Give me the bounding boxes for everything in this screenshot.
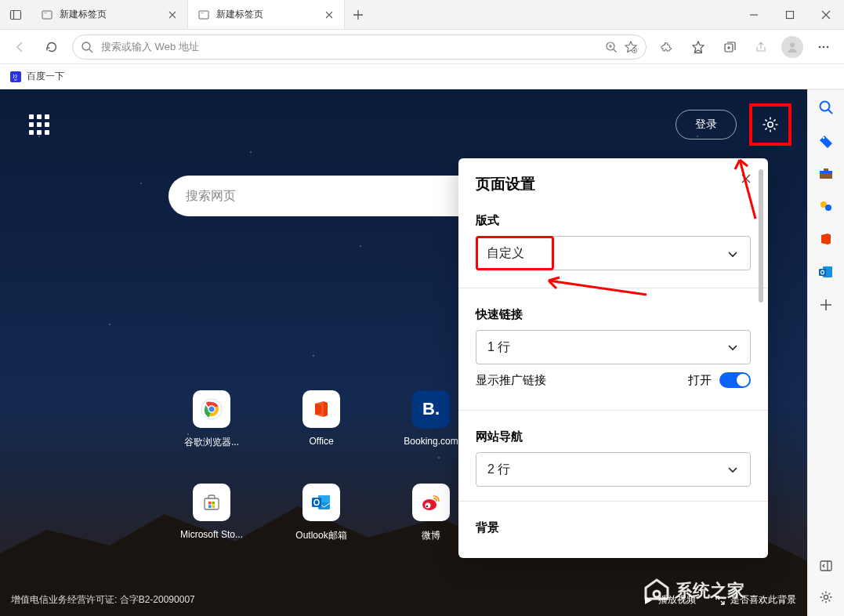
flyout-scrollbar[interactable] (759, 169, 763, 545)
quicklinks-select[interactable]: 1 行 (476, 330, 751, 364)
apps-launcher-button[interactable] (24, 109, 55, 140)
chevron-down-icon (726, 248, 739, 260)
svg-rect-9 (787, 11, 794, 18)
favorite-star-icon[interactable] (624, 40, 638, 54)
favorites-item-baidu[interactable]: 百度一下 (27, 70, 64, 83)
svg-point-38 (426, 505, 429, 508)
svg-point-6 (201, 12, 201, 13)
gear-icon (761, 115, 780, 134)
sidebar-collapse-icon[interactable] (817, 556, 835, 575)
tab-2-active[interactable]: 新建标签页 (188, 0, 345, 29)
quicklinks-section-label: 快速链接 (476, 307, 751, 322)
quicklinks-select-value: 1 行 (487, 339, 510, 356)
sidebar-search-icon[interactable] (817, 98, 835, 117)
tile-msstore[interactable]: Microsoft Sto... (180, 484, 243, 542)
promoted-links-toggle[interactable] (719, 372, 751, 388)
new-tab-page: 登录 搜索网页 谷歌浏览器... Office (0, 89, 807, 616)
svg-point-10 (82, 42, 90, 50)
tile-label: Microsoft Sto... (180, 529, 243, 540)
zoom-indicator-icon[interactable] (605, 41, 618, 53)
extensions-button[interactable] (653, 33, 681, 61)
tile-outlook[interactable]: Outlook邮箱 (295, 484, 346, 542)
favorites-bar: 百度一下 (0, 64, 844, 89)
close-icon (741, 173, 752, 184)
page-settings-flyout: 页面设置 版式 自定义 快速链接 1 行 显示推广链接 打开 (458, 158, 768, 558)
window-controls (736, 0, 844, 29)
collections-button[interactable] (715, 33, 744, 61)
page-settings-button[interactable] (749, 103, 791, 146)
msstore-icon (193, 484, 230, 521)
svg-point-17 (790, 42, 795, 47)
svg-rect-21 (10, 71, 21, 82)
quick-links-grid: 谷歌浏览器... Office B. Booking.com Microsoft… (157, 390, 486, 542)
sidebar-shopping-icon[interactable] (817, 131, 835, 150)
office-icon (302, 390, 340, 428)
window-maximize-button[interactable] (772, 0, 808, 29)
svg-rect-5 (199, 11, 208, 19)
ntp-header: 登录 (24, 103, 791, 146)
tab-close-button[interactable] (322, 8, 336, 22)
tile-label: 微博 (422, 529, 440, 542)
promoted-links-label: 显示推广链接 (476, 373, 546, 388)
chevron-down-icon (726, 341, 739, 353)
favorites-button[interactable] (684, 33, 712, 61)
more-button[interactable] (810, 33, 838, 61)
svg-rect-31 (212, 505, 216, 509)
tile-chrome[interactable]: 谷歌浏览器... (184, 390, 239, 449)
tab-favicon-newtab-icon (197, 9, 210, 21)
svg-line-41 (828, 110, 832, 114)
svg-rect-27 (205, 498, 219, 509)
svg-point-22 (768, 122, 773, 127)
svg-point-3 (44, 12, 45, 13)
svg-point-7 (202, 12, 203, 13)
chevron-down-icon (726, 463, 739, 476)
address-input[interactable] (100, 40, 599, 53)
back-button[interactable] (6, 33, 34, 61)
login-button[interactable]: 登录 (676, 110, 737, 140)
svg-rect-45 (824, 168, 828, 171)
ntp-search-placeholder: 搜索网页 (186, 188, 236, 205)
svg-point-20 (827, 45, 829, 48)
layout-section-label: 版式 (476, 213, 751, 228)
baidu-favicon-icon (9, 71, 22, 83)
svg-rect-28 (208, 502, 212, 505)
tile-office[interactable]: Office (302, 390, 340, 449)
tab-title: 新建标签页 (60, 8, 159, 21)
layout-select-highlight: 自定义 (476, 236, 554, 270)
sidebar-settings-icon[interactable] (817, 588, 835, 607)
sidebar-games-icon[interactable] (817, 197, 835, 216)
watermark-logo-icon (643, 577, 671, 605)
sidebar-add-button[interactable] (817, 295, 835, 314)
search-icon (81, 41, 93, 53)
tile-label: Outlook邮箱 (295, 529, 346, 542)
sidebar-tools-icon[interactable] (817, 164, 835, 183)
window-minimize-button[interactable] (736, 0, 772, 29)
tab-1[interactable]: 新建标签页 (31, 0, 188, 29)
tile-label: Booking.com (404, 436, 458, 447)
sidebar-outlook-icon[interactable] (817, 263, 835, 281)
svg-point-4 (45, 12, 46, 13)
flyout-close-button[interactable] (737, 169, 755, 188)
sitenav-select-value: 2 行 (487, 462, 510, 478)
sidebar-office-icon[interactable] (817, 230, 835, 248)
new-tab-button[interactable] (345, 0, 371, 29)
profile-button[interactable] (778, 33, 806, 61)
share-button[interactable] (747, 33, 775, 61)
refresh-button[interactable] (38, 33, 66, 61)
toolbar (0, 30, 844, 64)
svg-point-39 (654, 591, 660, 597)
address-bar[interactable] (72, 34, 647, 60)
tab-title: 新建标签页 (216, 8, 316, 21)
tab-close-button[interactable] (165, 8, 179, 22)
sitenav-select[interactable]: 2 行 (476, 452, 751, 487)
tile-booking[interactable]: B. Booking.com (404, 390, 458, 449)
tab-actions-button[interactable] (5, 4, 27, 26)
content-area: 登录 搜索网页 谷歌浏览器... Office (0, 89, 844, 616)
svg-rect-2 (42, 11, 52, 19)
sitenav-section-label: 网站导航 (476, 429, 751, 444)
tile-label: Office (309, 436, 333, 447)
svg-rect-0 (11, 10, 21, 19)
login-button-label: 登录 (695, 118, 717, 132)
window-close-button[interactable] (808, 0, 844, 29)
tile-weibo[interactable]: 微博 (412, 484, 450, 542)
